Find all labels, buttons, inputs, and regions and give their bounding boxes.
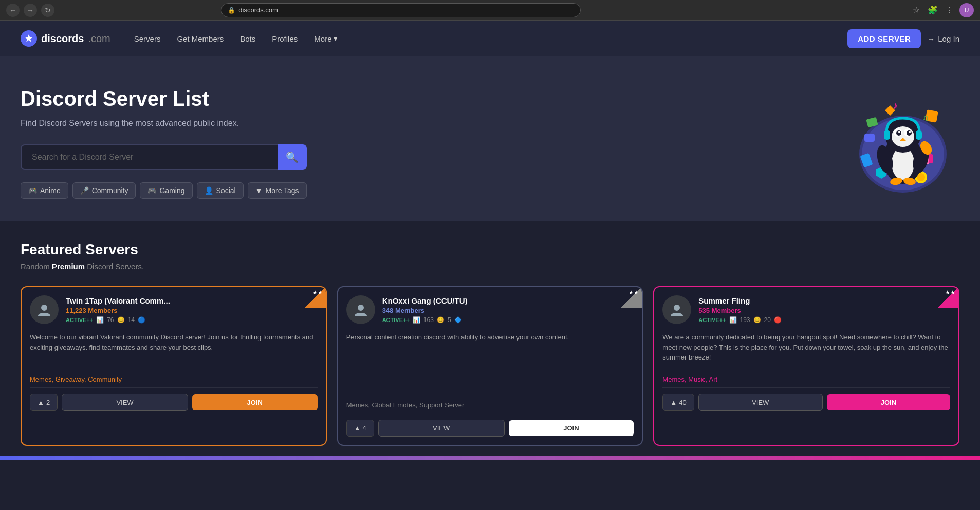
add-server-button[interactable]: ADD SERVER xyxy=(847,29,921,48)
logo-icon xyxy=(21,30,37,47)
card-1-star-icon: ★★ xyxy=(312,289,323,296)
card-2-header: KnOxxi Gang (CCU/TU) 348 Members ACTIVE+… xyxy=(338,287,642,330)
svg-rect-26 xyxy=(916,130,922,140)
search-icon: 🔍 xyxy=(286,151,299,163)
card-3-star-icon: ★★ xyxy=(945,289,955,296)
extensions-icon[interactable]: 🧩 xyxy=(927,4,939,16)
menu-icon[interactable]: ⋮ xyxy=(943,4,955,16)
hero-title: Discord Server List xyxy=(21,87,307,110)
address-bar[interactable]: 🔒 discords.com xyxy=(221,3,581,17)
hero-subtitle: Find Discord Servers using the most adva… xyxy=(21,119,307,128)
nav-get-members[interactable]: Get Members xyxy=(170,30,231,47)
tag-social[interactable]: 👤 Social xyxy=(197,182,244,199)
featured-subtitle: Random Premium Discord Servers. xyxy=(21,262,959,271)
nav-servers[interactable]: Servers xyxy=(127,30,168,47)
anime-icon: 🎮 xyxy=(28,186,37,195)
card-1-divider xyxy=(30,387,318,388)
card-2-upvote-button[interactable]: ▲ 4 xyxy=(346,420,374,437)
svg-rect-25 xyxy=(884,130,890,140)
card-3-view-button[interactable]: VIEW xyxy=(698,394,823,411)
card-3-description: We are a community dedicated to being yo… xyxy=(654,330,958,371)
tag-gaming[interactable]: 🎮 Gaming xyxy=(140,182,192,199)
card-2-spacer xyxy=(338,371,642,397)
bottom-banner xyxy=(0,456,980,460)
gaming-icon: 🎮 xyxy=(147,186,156,195)
microphone-icon: 🎤 xyxy=(80,186,89,195)
card-2-members: 348 Members xyxy=(382,307,634,314)
profile-avatar[interactable]: U xyxy=(959,3,974,17)
main-nav: Servers Get Members Bots Profiles More ▾ xyxy=(127,30,831,47)
hero-mascot-svg: ♪ ♫ xyxy=(846,87,959,200)
login-button[interactable]: → Log In xyxy=(927,34,959,43)
card-2-star-icon: ★★ xyxy=(628,289,639,296)
search-input[interactable] xyxy=(21,144,278,170)
card-2-view-button[interactable]: VIEW xyxy=(378,420,505,437)
tag-anime[interactable]: 🎮 Anime xyxy=(21,182,68,199)
card-3-stats: ACTIVE++ 📊 193 😊 20 🔴 xyxy=(698,316,950,324)
featured-section: Featured Servers Random Premium Discord … xyxy=(0,221,980,456)
card-2-info: KnOxxi Gang (CCU/TU) 348 Members ACTIVE+… xyxy=(382,296,634,324)
upvote-icon: ▲ xyxy=(38,399,44,406)
chevron-icon: ▼ xyxy=(255,186,263,195)
svg-text:♫: ♫ xyxy=(922,114,929,122)
back-button[interactable]: ← xyxy=(6,4,20,17)
card-1-actions: ▲ 2 VIEW JOIN xyxy=(22,394,326,419)
server-card-2: KnOxxi Gang (CCU/TU) 348 Members ACTIVE+… xyxy=(337,286,643,446)
upvote-icon: ▲ xyxy=(670,399,677,406)
card-3-info: Summer Fling 535 Members ACTIVE++ 📊 193 … xyxy=(698,296,950,324)
forward-button[interactable]: → xyxy=(24,4,37,17)
svg-point-32 xyxy=(41,305,47,311)
card-1-join-button[interactable]: JOIN xyxy=(192,394,318,410)
card-3-upvote-button[interactable]: ▲ 40 xyxy=(662,394,694,411)
hero-content: Discord Server List Find Discord Servers… xyxy=(21,87,307,199)
logo[interactable]: discords.com xyxy=(21,30,110,47)
nav-bots[interactable]: Bots xyxy=(233,30,263,47)
upvote-icon: ▲ xyxy=(354,424,361,432)
nav-more[interactable]: More ▾ xyxy=(307,30,345,47)
card-2-actions: ▲ 4 VIEW JOIN xyxy=(338,420,642,445)
url-text: discords.com xyxy=(238,6,278,14)
card-1-info: Twin 1Tap (Valorant Comm... 11,223 Membe… xyxy=(66,296,318,324)
card-3-divider xyxy=(662,387,950,388)
nav-profiles[interactable]: Profiles xyxy=(265,30,305,47)
tag-filters: 🎮 Anime 🎤 Community 🎮 Gaming 👤 Social ▼ … xyxy=(21,182,307,199)
card-1-tags: Memes, Giveaway, Community xyxy=(22,371,326,387)
card-1-stats: ACTIVE++ 📊 76 😊 14 🔵 xyxy=(66,316,318,324)
bookmark-icon[interactable]: ☆ xyxy=(910,4,922,16)
svg-point-33 xyxy=(358,305,364,311)
card-2-tags: Memes, Global Emotes, Support Server xyxy=(338,397,642,413)
tag-more[interactable]: ▼ More Tags xyxy=(248,182,307,199)
card-3-name: Summer Fling xyxy=(698,296,950,305)
card-1-name: Twin 1Tap (Valorant Comm... xyxy=(66,296,318,305)
search-container: 🔍 xyxy=(21,144,307,170)
svg-point-17 xyxy=(892,126,914,147)
hero-section: Discord Server List Find Discord Servers… xyxy=(0,56,980,221)
site-header: discords.com Servers Get Members Bots Pr… xyxy=(0,21,980,56)
refresh-button[interactable]: ↻ xyxy=(41,4,54,17)
card-2-stats: ACTIVE++ 📊 163 😊 5 🔷 xyxy=(382,316,634,324)
card-1-avatar xyxy=(30,295,59,324)
header-actions: ADD SERVER → Log In xyxy=(847,29,959,48)
logo-domain: .com xyxy=(88,33,110,45)
server-card-3: Summer Fling 535 Members ACTIVE++ 📊 193 … xyxy=(653,286,959,446)
card-1-description: Welcome to our vibrant Valorant communit… xyxy=(22,330,326,371)
chevron-down-icon: ▾ xyxy=(334,34,338,43)
card-1-upvote-button[interactable]: ▲ 2 xyxy=(30,394,58,411)
card-1-view-button[interactable]: VIEW xyxy=(62,394,188,411)
login-icon: → xyxy=(927,34,935,43)
card-3-header: Summer Fling 535 Members ACTIVE++ 📊 193 … xyxy=(654,287,958,330)
card-2-divider xyxy=(346,413,634,413)
logo-text: discords xyxy=(41,33,84,45)
hero-mascot-container: ♪ ♫ xyxy=(846,87,959,200)
featured-title: Featured Servers xyxy=(21,241,959,258)
card-2-join-button[interactable]: JOIN xyxy=(509,420,634,436)
card-1-header: Twin 1Tap (Valorant Comm... 11,223 Membe… xyxy=(22,287,326,330)
server-cards: Twin 1Tap (Valorant Comm... 11,223 Membe… xyxy=(21,286,959,446)
search-button[interactable]: 🔍 xyxy=(278,144,307,170)
svg-point-23 xyxy=(909,131,911,133)
card-2-avatar xyxy=(346,295,375,324)
tag-community[interactable]: 🎤 Community xyxy=(72,182,136,199)
svg-point-22 xyxy=(898,131,900,133)
card-3-join-button[interactable]: JOIN xyxy=(827,394,950,410)
card-1-members: 11,223 Members xyxy=(66,307,318,314)
